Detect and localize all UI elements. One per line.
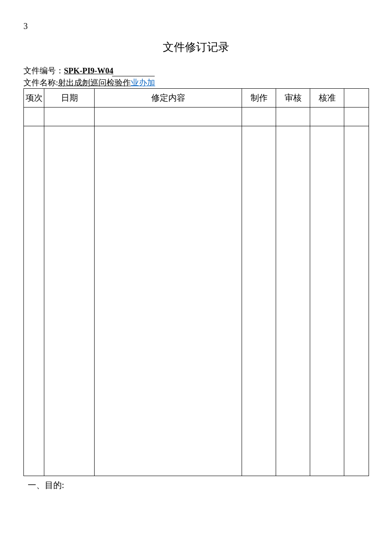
cell-content — [95, 108, 242, 126]
cell-review — [276, 108, 310, 126]
doc-name-value: 射出成刎巡问检验作 — [58, 78, 131, 87]
header-extra — [344, 89, 369, 108]
cell-content — [95, 126, 242, 476]
doc-name-row: 文件名称:射出成刎巡问检验作业办加 — [23, 77, 369, 88]
cell-approve — [310, 126, 344, 476]
cell-date — [44, 126, 95, 476]
cell-item — [24, 108, 44, 126]
table-row — [24, 108, 369, 126]
section-heading-purpose: 一、目的: — [28, 479, 369, 491]
doc-number-value: SPK-PI9-W04 — [64, 66, 113, 75]
doc-number-underline-extension — [112, 76, 155, 76]
doc-number-row: 文件编号：SPK-PI9-W04 — [23, 65, 369, 76]
cell-review — [276, 126, 310, 476]
header-item: 项次 — [24, 89, 44, 108]
cell-date — [44, 108, 95, 126]
doc-name-link: 业办加 — [131, 78, 155, 87]
cell-item — [24, 126, 44, 476]
cell-made — [242, 126, 276, 476]
doc-name-label: 文件名称: — [23, 78, 58, 87]
page-number: 3 — [23, 21, 369, 31]
header-made: 制作 — [242, 89, 276, 108]
header-approve: 核准 — [310, 89, 344, 108]
cell-extra — [344, 126, 369, 476]
header-review: 审核 — [276, 89, 310, 108]
doc-number-label: 文件编号： — [23, 66, 64, 75]
table-row — [24, 126, 369, 476]
table-header-row: 项次 日期 修定内容 制作 审核 核准 — [24, 89, 369, 108]
cell-approve — [310, 108, 344, 126]
header-content: 修定内容 — [95, 89, 242, 108]
header-date: 日期 — [44, 89, 95, 108]
document-title: 文件修订记录 — [23, 40, 369, 55]
revision-table: 项次 日期 修定内容 制作 审核 核准 — [23, 88, 369, 476]
cell-extra — [344, 108, 369, 126]
cell-made — [242, 108, 276, 126]
